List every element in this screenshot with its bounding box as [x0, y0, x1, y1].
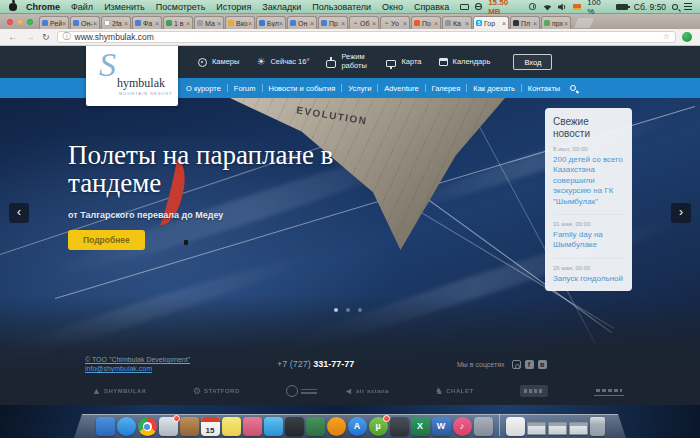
excel-dock-icon[interactable]: X [411, 417, 430, 436]
login-button[interactable]: Вход [513, 54, 552, 70]
menubar-menu-item[interactable]: Справка [414, 2, 449, 12]
tab-close-button[interactable]: × [434, 20, 438, 27]
back-icon[interactable]: ← [8, 32, 18, 42]
browser-tab[interactable]: Пл× [510, 16, 540, 29]
browser-tab[interactable]: Ма× [194, 16, 224, 29]
bookmark-star-icon[interactable]: ☆ [663, 32, 670, 42]
globe-icon[interactable] [475, 3, 482, 10]
menubar-menu-item[interactable]: Файл [71, 2, 93, 12]
news-link[interactable]: Запуск гондольной [553, 274, 624, 284]
utility-gondola[interactable]: Режим работы [326, 53, 369, 70]
active-browser-tab[interactable]: SГор× [473, 16, 509, 29]
url-text[interactable]: www.shymbulak.com [75, 32, 154, 42]
browser-tab[interactable]: Вко× [225, 16, 255, 29]
nav-item[interactable]: Галерея [432, 84, 461, 93]
word-dock-icon[interactable]: W [432, 417, 451, 436]
utility-sun[interactable]: ☀Сейчас 16° [256, 57, 309, 67]
minimized-window-dock-icon[interactable] [527, 422, 546, 435]
carousel-next-button[interactable]: › [671, 203, 691, 223]
notification-center-icon[interactable] [684, 3, 692, 10]
nav-item[interactable]: Forum [234, 84, 256, 93]
nav-item[interactable]: Adventure [384, 84, 418, 93]
tab-close-button[interactable]: × [372, 20, 376, 27]
utility-webcam[interactable]: Камеры [198, 58, 239, 67]
dark-app-dock-icon[interactable] [390, 417, 409, 436]
photos-dock-icon[interactable] [159, 417, 178, 436]
browser-tab[interactable]: прх× [541, 16, 571, 29]
app-store-dock-icon[interactable]: A [348, 417, 367, 436]
wifi-icon[interactable] [542, 3, 553, 11]
reload-icon[interactable]: ↻ [42, 32, 50, 42]
itunes-dock-icon[interactable]: ♪ [453, 417, 472, 436]
extension-icon[interactable] [682, 32, 692, 42]
facebook-icon[interactable]: f [525, 360, 534, 369]
browser-tab[interactable]: Фа× [132, 16, 162, 29]
chrome-dock-icon[interactable] [138, 417, 157, 436]
display-icon[interactable] [460, 4, 469, 10]
browser-tab[interactable]: Он× [287, 16, 317, 29]
tab-close-button[interactable]: × [62, 20, 66, 27]
tab-close-button[interactable]: × [217, 20, 221, 27]
vk-icon[interactable]: в [538, 360, 547, 369]
details-button[interactable]: Подробнее [68, 230, 145, 250]
new-tab-button[interactable] [574, 18, 594, 28]
nav-item[interactable]: Как доехать [473, 84, 514, 93]
travel-app-dock-icon[interactable] [306, 417, 325, 436]
menubar-menu-item[interactable]: Пользователи [312, 2, 371, 12]
carousel-prev-button[interactable]: ‹ [9, 203, 29, 223]
apple-menu-icon[interactable] [9, 3, 17, 11]
site-logo[interactable]: S hymbulak MOUNTAIN RESORT [86, 46, 178, 106]
menubar-clock[interactable]: Сб. 9:50 [634, 2, 666, 12]
spotlight-icon[interactable] [672, 4, 678, 10]
tab-close-button[interactable]: × [248, 20, 252, 27]
notes-dock-icon[interactable] [222, 417, 241, 436]
minimize-window-button[interactable] [17, 19, 23, 25]
site-info-icon[interactable]: ⓘ [63, 32, 71, 42]
trash-dock-icon[interactable] [590, 417, 605, 436]
utorrent-dock-icon[interactable]: µ [369, 417, 388, 436]
minimized-window-dock-icon[interactable] [548, 422, 567, 435]
instagram-icon[interactable] [512, 360, 521, 369]
safari-dock-icon[interactable] [117, 417, 136, 436]
orange-app-dock-icon[interactable] [327, 417, 346, 436]
news-link[interactable]: Family day на Шымбулаке [553, 230, 624, 251]
minimized-window-dock-icon[interactable] [569, 422, 588, 435]
menubar-menu-item[interactable]: Окно [382, 2, 403, 12]
search-icon[interactable] [570, 85, 576, 91]
copyright-link[interactable]: © ТОО "Chimbulak Development" [85, 356, 190, 363]
tab-close-button[interactable]: × [310, 20, 314, 27]
document-dock-icon[interactable] [506, 417, 525, 436]
tab-close-button[interactable]: × [124, 20, 128, 27]
close-window-button[interactable] [7, 19, 13, 25]
nav-item[interactable]: Услуги [348, 84, 371, 93]
zoom-window-button[interactable] [27, 19, 33, 25]
menubar-menu-item[interactable]: Изменить [104, 2, 145, 12]
finder-dock-icon[interactable] [96, 417, 115, 436]
time-machine-icon[interactable] [529, 3, 536, 10]
tab-close-button[interactable]: × [341, 20, 345, 27]
menubar-menu-item[interactable]: История [216, 2, 251, 12]
battery-icon[interactable] [616, 4, 628, 10]
browser-tab[interactable]: По× [411, 16, 441, 29]
tab-close-button[interactable]: × [403, 20, 407, 27]
browser-tab[interactable]: Он-× [70, 16, 100, 29]
nav-item[interactable]: Контакты [528, 84, 560, 93]
tab-close-button[interactable]: × [502, 20, 506, 27]
utility-map[interactable]: Карта [386, 58, 421, 67]
memory-indicator[interactable]: 15.50 MB [488, 0, 522, 16]
browser-tab[interactable]: Бул× [256, 16, 286, 29]
browser-tab[interactable]: ••Об× [349, 16, 379, 29]
preview-app-dock-icon[interactable] [474, 417, 493, 436]
menubar-menu-item[interactable]: Закладки [262, 2, 301, 12]
nav-item[interactable]: О курорте [186, 84, 221, 93]
tab-close-button[interactable]: × [93, 20, 97, 27]
browser-tab[interactable]: 2fa× [101, 16, 131, 29]
browser-tab[interactable]: ••Уо× [380, 16, 410, 29]
calendar-dock-icon[interactable]: 15 [201, 417, 220, 436]
photo-booth-dock-icon[interactable] [243, 417, 262, 436]
browser-tab[interactable]: Ка× [442, 16, 472, 29]
email-link[interactable]: info@shymbulak.com [85, 365, 190, 372]
tab-close-button[interactable]: × [465, 20, 469, 27]
input-language-flag-icon[interactable] [573, 4, 581, 10]
address-bar[interactable]: ⓘ www.shymbulak.com ☆ [57, 31, 676, 43]
